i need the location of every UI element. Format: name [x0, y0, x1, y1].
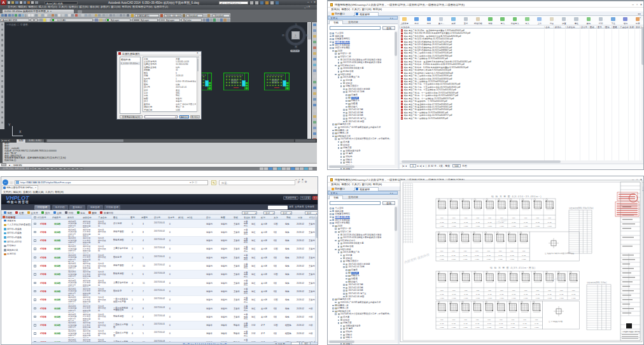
svg-text:4-M30: 4-M30 — [559, 297, 564, 299]
svg-text:4-M30: 4-M30 — [524, 297, 528, 299]
svg-text:M30: M30 — [524, 290, 528, 292]
svg-text:M30: M30 — [475, 250, 479, 252]
svg-text:4-M30: 4-M30 — [499, 327, 503, 328]
svg-text:M30: M30 — [548, 290, 551, 292]
svg-text:4-M30: 4-M30 — [452, 327, 456, 328]
svg-text:M30: M30 — [452, 250, 455, 252]
svg-text:19-25: 19-25 — [524, 222, 528, 223]
svg-text:19-25: 19-25 — [475, 323, 480, 325]
svg-text:4-M30: 4-M30 — [475, 258, 479, 260]
svg-text:4-M30: 4-M30 — [500, 297, 504, 299]
svg-text:19-25: 19-25 — [536, 293, 540, 295]
svg-text:19-25: 19-25 — [524, 293, 528, 295]
svg-text:M30: M30 — [535, 319, 538, 321]
svg-text:M30: M30 — [487, 250, 490, 252]
svg-text:19-25: 19-25 — [464, 222, 468, 223]
svg-text:19-25: 19-25 — [522, 323, 527, 325]
svg-text:M30: M30 — [512, 290, 515, 292]
svg-text:19-25: 19-25 — [452, 293, 456, 295]
svg-text:M30: M30 — [476, 290, 479, 292]
svg-text:M30: M30 — [464, 250, 467, 252]
svg-text:M30: M30 — [440, 290, 444, 292]
svg-text:M30: M30 — [523, 319, 526, 321]
svg-text:4-M30: 4-M30 — [535, 297, 540, 299]
svg-text:M30: M30 — [440, 250, 444, 252]
svg-text:M30: M30 — [548, 217, 551, 219]
svg-text:M30: M30 — [488, 290, 491, 292]
svg-text:M30: M30 — [510, 250, 514, 252]
svg-text:19-25: 19-25 — [476, 293, 480, 295]
svg-text:M30: M30 — [524, 217, 528, 219]
svg-text:锚栓规格表(M30, 8.8级/10.9级): 锚栓规格表(M30, 8.8级/10.9级) — [568, 207, 594, 209]
svg-text:M30: M30 — [560, 290, 563, 292]
svg-text:锚 栓 布 置 图 4(39.450m~屋顶): 锚 栓 布 置 图 4(39.450m~屋顶) — [489, 266, 536, 269]
svg-text:M30: M30 — [499, 250, 502, 252]
svg-text:M30: M30 — [488, 217, 491, 219]
svg-text:M30: M30 — [536, 217, 539, 219]
svg-text:4-M30: 4-M30 — [487, 225, 492, 227]
svg-text:19-25: 19-25 — [510, 255, 515, 257]
svg-text:19-25: 19-25 — [512, 222, 516, 223]
svg-text:19-25: 19-25 — [475, 255, 479, 257]
svg-text:4-M30: 4-M30 — [440, 327, 444, 328]
svg-text:M30: M30 — [465, 290, 468, 292]
svg-text:19-25: 19-25 — [511, 323, 515, 325]
svg-text:4-M30: 4-M30 — [440, 225, 444, 227]
svg-text:4-M30: 4-M30 — [498, 258, 503, 260]
svg-text:M30: M30 — [452, 217, 456, 219]
svg-text:19-25: 19-25 — [452, 222, 456, 223]
svg-text:4-M30: 4-M30 — [452, 225, 456, 227]
svg-text:4-M30: 4-M30 — [522, 258, 526, 260]
svg-text:4-M30: 4-M30 — [486, 258, 491, 260]
svg-text:注: 详见锚栓大样图: 注: 详见锚栓大样图 — [549, 320, 563, 323]
svg-text:4-M30: 4-M30 — [440, 297, 444, 299]
svg-text:4-M30: 4-M30 — [522, 327, 527, 328]
svg-text:M30: M30 — [500, 319, 503, 321]
svg-text:19-25: 19-25 — [536, 222, 540, 223]
svg-text:M30: M30 — [572, 290, 575, 292]
svg-text:19-25: 19-25 — [440, 222, 444, 223]
svg-text:M30: M30 — [440, 319, 444, 321]
svg-text:19-25: 19-25 — [487, 255, 491, 257]
svg-text:4-M30: 4-M30 — [452, 297, 456, 299]
svg-text:4-M30: 4-M30 — [487, 327, 491, 328]
svg-text:中机国际工程设计研究院: 中机国际工程设计研究院 — [622, 330, 640, 333]
svg-text:M30: M30 — [440, 217, 444, 219]
svg-text:19-25: 19-25 — [463, 255, 468, 257]
svg-text:4-M30: 4-M30 — [510, 258, 514, 260]
svg-text:19-25: 19-25 — [464, 293, 468, 295]
svg-text:19-25: 19-25 — [452, 255, 456, 257]
svg-text:4-M30: 4-M30 — [463, 327, 468, 328]
svg-text:4-M30: 4-M30 — [487, 297, 492, 299]
svg-text:19-25: 19-25 — [559, 293, 564, 295]
svg-text:19-25: 19-25 — [488, 293, 493, 295]
svg-text:4-M30: 4-M30 — [512, 225, 516, 227]
svg-text:19-25: 19-25 — [548, 293, 552, 295]
svg-text:M30: M30 — [536, 290, 539, 292]
svg-text:4-M30: 4-M30 — [524, 225, 528, 227]
svg-text:M30: M30 — [487, 319, 491, 321]
svg-text:19-25: 19-25 — [498, 255, 503, 257]
svg-text:4-M30: 4-M30 — [475, 225, 480, 227]
svg-text:19-25: 19-25 — [535, 323, 539, 325]
svg-text:M30: M30 — [500, 290, 503, 292]
svg-text:19-25: 19-25 — [440, 255, 444, 257]
svg-text:4-M30: 4-M30 — [463, 258, 468, 260]
svg-text:4-M30: 4-M30 — [547, 297, 552, 299]
svg-text:4-M30: 4-M30 — [500, 225, 504, 227]
svg-text:19-25: 19-25 — [440, 323, 444, 325]
svg-text:4-M30: 4-M30 — [475, 327, 480, 328]
svg-text:4-M30: 4-M30 — [571, 297, 576, 299]
svg-text:4-M30: 4-M30 — [535, 327, 539, 328]
svg-text:M30: M30 — [476, 319, 479, 321]
svg-text:4-M30: 4-M30 — [440, 258, 444, 260]
svg-text:M30: M30 — [452, 290, 456, 292]
svg-text:M30: M30 — [512, 217, 515, 219]
svg-text:19-25: 19-25 — [500, 293, 504, 295]
svg-text:M30: M30 — [522, 250, 526, 252]
svg-text:19-25: 19-25 — [487, 323, 492, 325]
svg-text:19-25: 19-25 — [463, 323, 468, 325]
svg-text:4-M30: 4-M30 — [475, 297, 480, 299]
svg-text:M30: M30 — [476, 217, 479, 219]
svg-text:4-M30: 4-M30 — [464, 225, 468, 227]
